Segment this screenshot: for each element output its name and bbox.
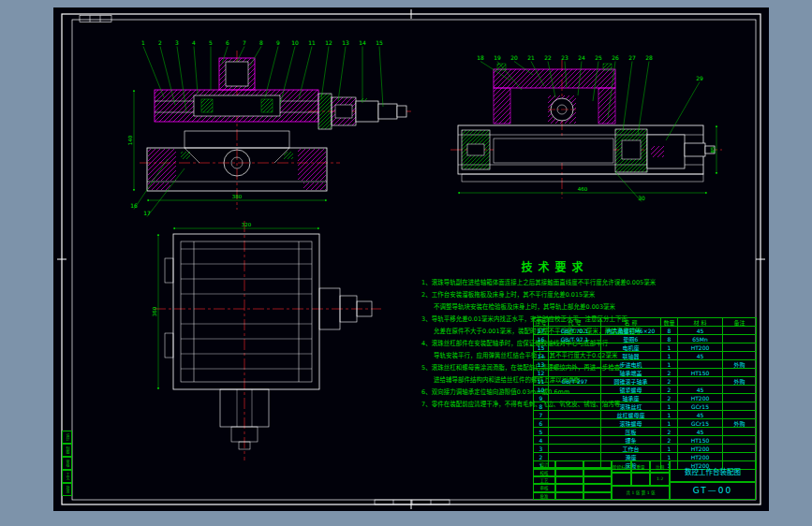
bom-cell: 步进电机 bbox=[601, 360, 661, 369]
bom-cell: 5 bbox=[534, 428, 549, 436]
cad-viewport: 1234567891011121314151617 18192021222324… bbox=[0, 0, 812, 526]
bom-cell bbox=[723, 394, 757, 402]
bom-cell: 1 bbox=[661, 402, 678, 411]
balloon-13: 13 bbox=[342, 39, 349, 46]
sheet-count: 共 1 张 第 1 张 bbox=[612, 486, 670, 500]
balloon-29: 29 bbox=[696, 75, 703, 81]
balloon-23: 23 bbox=[561, 54, 568, 61]
balloon-18: 18 bbox=[477, 54, 484, 61]
bom-cell bbox=[723, 386, 757, 394]
tech-requirements-title: 技术要求 bbox=[421, 258, 688, 274]
bom-cell: HT150 bbox=[678, 436, 723, 445]
bom-cell: 内六角螺钉M6×20 bbox=[601, 327, 661, 335]
bom-row: 17GB/T 70.1内六角螺钉M6×20845 bbox=[534, 327, 757, 335]
bom-cell: 2 bbox=[661, 369, 678, 377]
sign-row: 工艺 bbox=[533, 476, 612, 484]
sign-label: 批准 bbox=[533, 492, 555, 500]
balloon-27: 27 bbox=[628, 54, 636, 61]
title-block-scale-area: 阶段标记 重量 比例 1:2 共 1 张 第 1 张 bbox=[612, 460, 670, 500]
bom-row: 5压板245 bbox=[534, 428, 757, 436]
bom-cell bbox=[723, 335, 757, 343]
bom-cell bbox=[549, 386, 601, 394]
bom-cell: 3 bbox=[534, 445, 549, 453]
bom-cell: 1 bbox=[661, 360, 678, 369]
bom-cell: 压板 bbox=[601, 428, 661, 436]
balloon-5: 5 bbox=[209, 39, 213, 46]
sign-blank bbox=[583, 476, 612, 484]
balloon-24: 24 bbox=[578, 54, 585, 61]
side-view bbox=[450, 60, 722, 198]
bom-cell: 电机座 bbox=[601, 343, 661, 352]
bom-cell bbox=[549, 360, 601, 369]
signature-strip: 设计制图审核工艺批准 bbox=[62, 431, 72, 496]
balloon-25: 25 bbox=[595, 54, 602, 61]
bom-cell bbox=[723, 436, 757, 445]
bom-cell: HT200 bbox=[678, 343, 723, 352]
balloon-15: 15 bbox=[376, 39, 383, 46]
bom-cell bbox=[723, 402, 757, 411]
tech-requirement-line: 2、工作台安装溜板拖板及床身上时，其不平行度允差0.015毫米 bbox=[421, 289, 688, 301]
balloon-8: 8 bbox=[259, 39, 263, 46]
margin-signature-cell: 设计 bbox=[62, 431, 72, 444]
bom-row: 7丝杠螺母座145 bbox=[534, 411, 757, 419]
bom-row: 15电机座1HT200 bbox=[534, 343, 757, 352]
balloon-1: 1 bbox=[141, 39, 145, 46]
dimension-text: 140 bbox=[127, 135, 133, 145]
bom-cell: 滚珠螺母 bbox=[601, 419, 661, 428]
bom-cell: 镶条 bbox=[601, 436, 661, 445]
balloon-20: 20 bbox=[510, 54, 518, 61]
plan-view bbox=[155, 221, 381, 460]
bom-row: 11GB/T 297圆锥滚子轴承2外购 bbox=[534, 377, 757, 386]
bom-header: 数量 bbox=[661, 318, 678, 327]
sign-blank bbox=[583, 484, 612, 491]
bom-cell: 轴承座 bbox=[601, 394, 661, 402]
sign-blank bbox=[555, 492, 583, 500]
balloon-2: 2 bbox=[158, 39, 162, 46]
bom-header: 代 号 bbox=[549, 318, 601, 327]
scale-label: 比例 bbox=[650, 460, 670, 473]
front-view bbox=[140, 51, 411, 210]
bom-cell: GCr15 bbox=[678, 402, 723, 411]
balloon-17: 17 bbox=[143, 210, 151, 216]
bom-cell: 工作台 bbox=[601, 445, 661, 453]
bom-cell: 45 bbox=[678, 411, 723, 419]
sign-blank bbox=[555, 460, 583, 468]
bottom-center-cells bbox=[375, 500, 450, 504]
bom-cell: 11 bbox=[534, 377, 549, 386]
bom-cell: 1 bbox=[661, 445, 678, 453]
bom-cell bbox=[678, 360, 723, 369]
bom-header: 序号 bbox=[534, 318, 549, 327]
sign-label: 审核 bbox=[533, 484, 555, 491]
bom-cell: GB/T 70.1 bbox=[549, 327, 601, 335]
bom-cell bbox=[723, 343, 757, 352]
bom-cell bbox=[549, 394, 601, 402]
bom-cell: 7 bbox=[534, 411, 549, 419]
title-block-name-area: 数控工作台装配图 GT—00 bbox=[670, 460, 756, 500]
bom-cell bbox=[723, 369, 757, 377]
bom-cell: 1 bbox=[661, 419, 678, 428]
margin-signature-cell: 工艺 bbox=[62, 470, 72, 483]
tech-requirement-line: 1、滚珠导轨副在进给轴箱体面连接上之后其接触面直线度不平行度允许误差0.005毫… bbox=[421, 277, 688, 289]
bom-row: 12轴承端盖2HT150 bbox=[534, 369, 757, 377]
bom-cell: 10 bbox=[534, 386, 549, 394]
balloon-14: 14 bbox=[359, 39, 366, 46]
balloon-16: 16 bbox=[130, 202, 138, 209]
balloon-10: 10 bbox=[291, 39, 299, 46]
bom-cell: 2 bbox=[661, 436, 678, 445]
bom-header: 材 料 bbox=[678, 318, 723, 327]
bom-row: 8滚珠丝杠1GCr15 bbox=[534, 402, 757, 411]
title-block-signatures: 设计校核工艺审核批准 bbox=[533, 460, 612, 500]
bom-cell: 1 bbox=[661, 352, 678, 360]
front-view-balloons: 1234567891011121314151617 bbox=[130, 39, 383, 217]
bom-cell bbox=[723, 327, 757, 335]
weight-value bbox=[631, 473, 651, 485]
bom-cell: 圆锥滚子轴承 bbox=[601, 377, 661, 386]
bom-cell: 16 bbox=[534, 335, 549, 343]
balloon-19: 19 bbox=[494, 54, 501, 61]
dimension-text: 380 bbox=[232, 194, 243, 199]
bom-cell: 45 bbox=[678, 428, 723, 436]
bom-header: 名 称 bbox=[601, 318, 661, 327]
bom-cell: 联轴器 bbox=[601, 352, 661, 360]
drawing-title: 数控工作台装配图 bbox=[670, 460, 756, 482]
scale-value: 1:2 bbox=[650, 473, 670, 485]
